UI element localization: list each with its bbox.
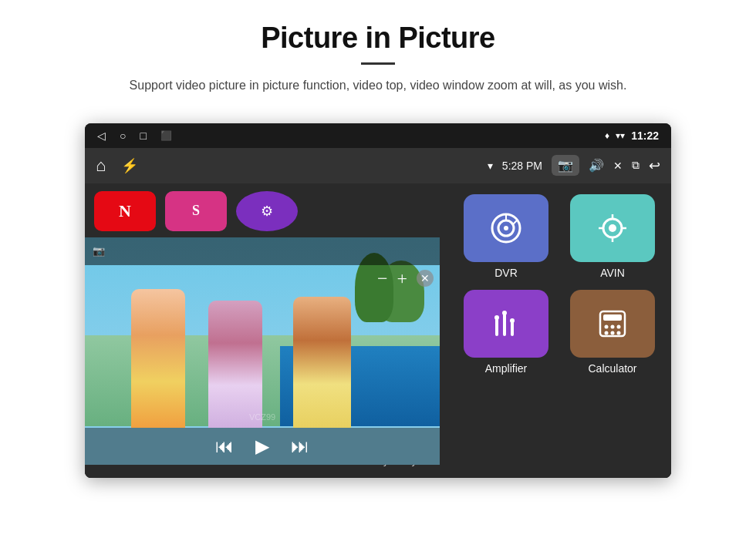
amplifier-icon bbox=[489, 307, 523, 341]
usb-icon: ⚡ bbox=[121, 157, 138, 174]
page-subtitle: Support video picture in picture functio… bbox=[108, 76, 648, 96]
pip-camera-icon: 📷 bbox=[93, 245, 105, 257]
avin-app[interactable]: AVIN bbox=[565, 194, 660, 279]
dvr-icon-box bbox=[464, 194, 548, 262]
wheelkey-icon: ⚙ bbox=[236, 191, 298, 231]
svg-point-20 bbox=[611, 324, 615, 328]
svg-point-19 bbox=[605, 324, 609, 328]
volume-icon[interactable]: 🔊 bbox=[589, 158, 604, 173]
toolbar-right: ▾ 5:28 PM 📷 🔊 ✕ ⧉ ↩ bbox=[488, 155, 660, 176]
person1 bbox=[131, 289, 185, 428]
calculator-app[interactable]: Calculator bbox=[565, 290, 660, 375]
pip-minus-button[interactable]: − bbox=[377, 268, 388, 289]
svg-point-24 bbox=[617, 331, 621, 335]
home-button[interactable]: ⌂ bbox=[96, 156, 106, 176]
netflix-app[interactable]: N bbox=[93, 191, 157, 231]
netflix-icon: N bbox=[94, 191, 156, 231]
svg-point-16 bbox=[510, 318, 515, 323]
amplifier-app[interactable]: Amplifier bbox=[458, 290, 554, 375]
pip-plus-button[interactable]: + bbox=[397, 268, 407, 289]
right-apps-panel: DVR AVIN bbox=[447, 183, 671, 478]
top-app-row: N S ⚙ bbox=[85, 183, 307, 231]
device-frame: ◁ ○ □ ⬛ ♦ ▾▾ 11:22 ⌂ ⚡ ▾ 5:28 PM 📷 🔊 bbox=[85, 123, 671, 478]
rewind-button[interactable]: ⏮ bbox=[215, 435, 234, 457]
pip-close-button[interactable]: ✕ bbox=[417, 270, 434, 287]
avin-label: AVIN bbox=[600, 267, 625, 279]
main-area: N S ⚙ bbox=[85, 183, 671, 478]
window-icon[interactable]: ⧉ bbox=[632, 159, 640, 172]
wifi-icon: ▾ bbox=[488, 160, 493, 172]
title-divider bbox=[361, 62, 395, 65]
svg-point-14 bbox=[494, 315, 499, 320]
watermark: VCZ99 bbox=[249, 412, 275, 422]
person2 bbox=[208, 301, 262, 428]
signal-icon: ▾▾ bbox=[616, 130, 625, 141]
left-side: N S ⚙ bbox=[85, 183, 447, 478]
status-bar-left: ◁ ○ □ ⬛ bbox=[97, 129, 172, 142]
home-nav-icon[interactable]: ○ bbox=[120, 129, 126, 142]
back-button[interactable]: ↩ bbox=[649, 157, 660, 174]
siriusxm-app[interactable]: S bbox=[164, 191, 228, 231]
siriusxm-icon: S bbox=[165, 191, 227, 231]
pip-controls: − + ✕ bbox=[377, 265, 434, 292]
page-title: Picture in Picture bbox=[46, 22, 710, 55]
location-icon: ♦ bbox=[605, 130, 609, 141]
svg-point-21 bbox=[617, 324, 621, 328]
screenshot-icon: ⬛ bbox=[160, 130, 172, 141]
avin-icon-box bbox=[570, 194, 655, 262]
svg-point-15 bbox=[502, 311, 507, 315]
page-header: Picture in Picture Support video picture… bbox=[0, 0, 756, 109]
svg-point-2 bbox=[504, 226, 508, 230]
amplifier-icon-box bbox=[464, 290, 548, 358]
pip-video-window[interactable]: 📷 − + ✕ ⏮ ▶ ⏭ VCZ99 bbox=[85, 237, 440, 465]
dvr-label: DVR bbox=[494, 267, 518, 279]
calculator-icon-box bbox=[570, 290, 655, 358]
status-time: 11:22 bbox=[631, 129, 659, 142]
svg-point-6 bbox=[609, 224, 616, 232]
play-button[interactable]: ▶ bbox=[255, 435, 269, 457]
calculator-icon bbox=[596, 307, 629, 341]
avin-icon bbox=[596, 211, 629, 245]
toolbar-time: 5:28 PM bbox=[502, 160, 542, 172]
dvr-app[interactable]: DVR bbox=[458, 194, 554, 279]
svg-point-23 bbox=[611, 331, 615, 335]
amplifier-label: Amplifier bbox=[485, 362, 527, 375]
recents-nav-icon[interactable]: □ bbox=[140, 129, 146, 142]
calculator-label: Calculator bbox=[588, 362, 636, 375]
fast-forward-button[interactable]: ⏭ bbox=[291, 435, 309, 457]
person3 bbox=[293, 297, 351, 428]
android-status-bar: ◁ ○ □ ⬛ ♦ ▾▾ 11:22 bbox=[85, 123, 671, 148]
svg-rect-18 bbox=[603, 314, 622, 321]
toolbar-left: ⌂ ⚡ bbox=[96, 156, 138, 176]
app-toolbar: ⌂ ⚡ ▾ 5:28 PM 📷 🔊 ✕ ⧉ ↩ bbox=[85, 148, 671, 183]
back-nav-icon[interactable]: ◁ bbox=[97, 129, 106, 142]
video-playback-controls[interactable]: ⏮ ▶ ⏭ bbox=[85, 428, 440, 465]
status-bar-right: ♦ ▾▾ 11:22 bbox=[605, 129, 659, 142]
camera-button[interactable]: 📷 bbox=[552, 155, 579, 176]
close-icon[interactable]: ✕ bbox=[613, 160, 623, 172]
pip-top-bar: 📷 bbox=[85, 237, 440, 265]
svg-point-22 bbox=[605, 331, 609, 335]
wheelkey-app[interactable]: ⚙ bbox=[235, 191, 299, 231]
dvr-icon bbox=[488, 210, 525, 247]
